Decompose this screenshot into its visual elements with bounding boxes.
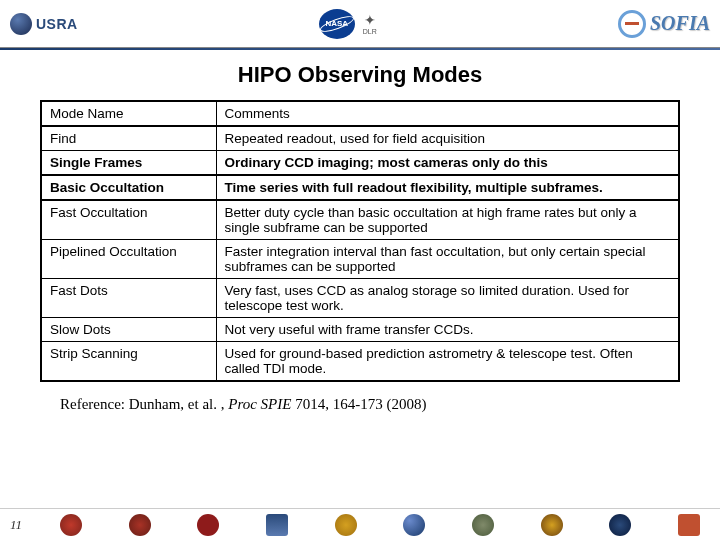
- page-number: 11: [10, 517, 30, 533]
- cell-mode: Basic Occultation: [41, 175, 216, 200]
- cell-mode: Single Frames: [41, 151, 216, 176]
- footer-logo-icon: [403, 514, 425, 536]
- cell-mode: Strip Scanning: [41, 342, 216, 382]
- cell-mode: Pipelined Occultation: [41, 240, 216, 279]
- sofia-logo: SOFIA: [618, 10, 710, 38]
- sofia-text: SOFIA: [650, 12, 710, 35]
- footer-logo-icon: [541, 514, 563, 536]
- usra-logo: USRA: [10, 13, 78, 35]
- ref-italic: Proc SPIE: [228, 396, 295, 412]
- reference-line: Reference: Dunham, et al. , Proc SPIE 70…: [0, 382, 720, 413]
- cell-comment: Used for ground-based prediction astrome…: [216, 342, 679, 382]
- table-row: Fast Dots Very fast, uses CCD as analog …: [41, 279, 679, 318]
- table-row: Fast Occultation Better duty cycle than …: [41, 200, 679, 240]
- slide-header: USRA NASA ✦ DLR SOFIA: [0, 0, 720, 48]
- cell-mode: Find: [41, 126, 216, 151]
- table-row: Slow Dots Not very useful with frame tra…: [41, 318, 679, 342]
- cell-comment: Not very useful with frame transfer CCDs…: [216, 318, 679, 342]
- footer-logo-icon: [60, 514, 82, 536]
- col-header-comments: Comments: [216, 101, 679, 126]
- footer-logo-icon: [266, 514, 288, 536]
- dlr-logo: ✦ DLR: [363, 12, 377, 35]
- cell-mode: Slow Dots: [41, 318, 216, 342]
- footer-logo-icon: [335, 514, 357, 536]
- cell-mode: Fast Dots: [41, 279, 216, 318]
- col-header-mode: Mode Name: [41, 101, 216, 126]
- table-row: Single Frames Ordinary CCD imaging; most…: [41, 151, 679, 176]
- sofia-ring-icon: [618, 10, 646, 38]
- cell-comment: Repeated readout, used for field acquisi…: [216, 126, 679, 151]
- cell-comment: Faster integration interval than fast oc…: [216, 240, 679, 279]
- table-row: Pipelined Occultation Faster integration…: [41, 240, 679, 279]
- footer-logo-icon: [609, 514, 631, 536]
- slide-footer: 11: [0, 508, 720, 540]
- footer-logo-icon: [197, 514, 219, 536]
- footer-logo-icon: [129, 514, 151, 536]
- table-row: Find Repeated readout, used for field ac…: [41, 126, 679, 151]
- footer-logos: [50, 514, 710, 536]
- center-logos: NASA ✦ DLR: [319, 9, 377, 39]
- cell-comment: Ordinary CCD imaging; most cameras only …: [216, 151, 679, 176]
- usra-badge-icon: [10, 13, 32, 35]
- cell-comment: Very fast, uses CCD as analog storage so…: [216, 279, 679, 318]
- table-row: Basic Occultation Time series with full …: [41, 175, 679, 200]
- ref-suffix: 7014, 164-173 (2008): [295, 396, 426, 412]
- footer-logo-icon: [678, 514, 700, 536]
- cell-comment: Time series with full readout flexibilit…: [216, 175, 679, 200]
- footer-logo-icon: [472, 514, 494, 536]
- slide-title: HIPO Observing Modes: [0, 62, 720, 88]
- nasa-logo-icon: NASA: [319, 9, 355, 39]
- modes-table: Mode Name Comments Find Repeated readout…: [40, 100, 680, 382]
- table-header-row: Mode Name Comments: [41, 101, 679, 126]
- cell-comment: Better duty cycle than basic occultation…: [216, 200, 679, 240]
- table-row: Strip Scanning Used for ground-based pre…: [41, 342, 679, 382]
- ref-prefix: Reference: Dunham, et al. ,: [60, 396, 228, 412]
- modes-table-wrap: Mode Name Comments Find Repeated readout…: [0, 100, 720, 382]
- usra-text: USRA: [36, 16, 78, 32]
- cell-mode: Fast Occultation: [41, 200, 216, 240]
- dlr-icon: ✦: [364, 12, 376, 28]
